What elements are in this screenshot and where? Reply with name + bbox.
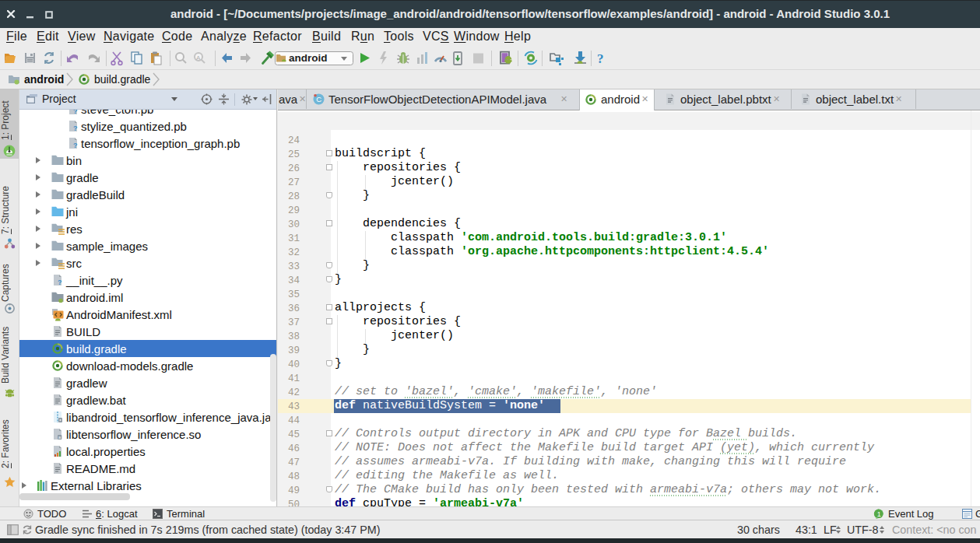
svg-text:android: android [289, 52, 328, 64]
svg-text:?: ? [58, 279, 62, 286]
svg-text:1: 1 [877, 510, 881, 518]
svg-text:C: C [316, 95, 321, 103]
svg-text:A: A [196, 54, 201, 61]
svg-text:?: ? [73, 124, 78, 132]
svg-text:?: ? [597, 51, 604, 66]
svg-text:?: ? [73, 142, 78, 149]
